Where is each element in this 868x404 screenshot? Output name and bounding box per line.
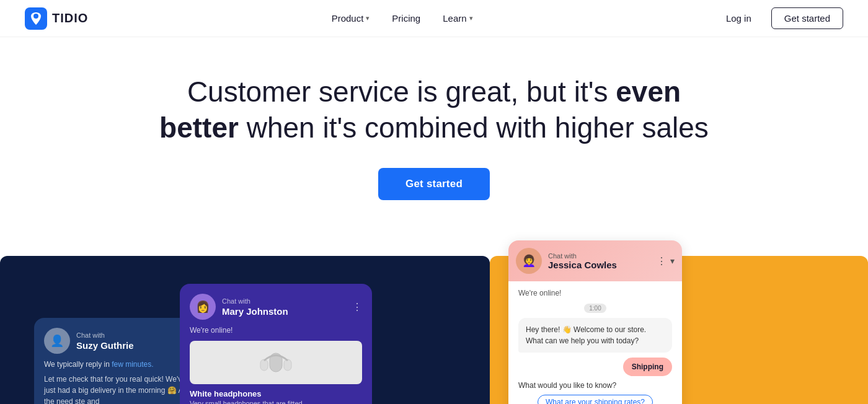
jessica-shipping-bubble: Shipping <box>623 358 672 376</box>
jessica-info: Chat with Jessica Cowles <box>548 252 617 270</box>
jessica-dots-icon[interactable]: ⋮ <box>657 255 666 267</box>
nav-product[interactable]: Product ▾ <box>332 13 370 24</box>
hero-title-part2: when it's combined with higher sales <box>239 112 709 144</box>
jessica-message2: What would you like to know? <box>518 381 672 390</box>
mary-product-name: White headphones <box>190 389 362 398</box>
nav-learn-label: Learn <box>443 13 466 24</box>
svg-rect-3 <box>260 359 268 371</box>
nav-pricing-label: Pricing <box>392 13 420 24</box>
jessica-chat-label: Chat with <box>548 252 617 260</box>
suzy-chat-label: Chat with <box>76 332 134 339</box>
navbar-center: Product ▾ Pricing Learn ▾ <box>332 13 473 24</box>
product-chevron-icon: ▾ <box>366 14 370 22</box>
headphones-icon <box>257 347 294 378</box>
nav-learn[interactable]: Learn ▾ <box>443 13 472 24</box>
mary-menu-icon[interactable]: ⋮ <box>352 301 362 313</box>
nav-product-label: Product <box>332 13 364 24</box>
preview-area: 👤 Chat with Suzy Guthrie We typically re… <box>0 231 868 404</box>
learn-chevron-icon: ▾ <box>469 14 473 22</box>
tidio-logo-icon <box>25 7 47 30</box>
logo-link[interactable]: TIDIO <box>25 7 88 30</box>
hero-section: Customer service is great, but it's even… <box>0 37 868 225</box>
jessica-avatar: 👩‍🦱 <box>516 248 542 274</box>
suzy-reply-text: We typically reply in few minutes. <box>44 360 192 369</box>
mary-product-info: White headphones Very small headphones t… <box>190 389 362 404</box>
jessica-online-status: We're online! <box>518 289 672 297</box>
mary-info: Chat with Mary Johnston <box>222 297 288 317</box>
hero-title: Customer service is great, but it's even… <box>155 74 713 146</box>
navbar-right: Log in Get started <box>716 7 843 29</box>
get-started-nav-button[interactable]: Get started <box>771 7 843 29</box>
suzy-highlight: few minutes. <box>112 360 153 369</box>
nav-pricing[interactable]: Pricing <box>392 13 420 24</box>
mary-product-desc: Very small headphones that are fitted <box>190 400 362 404</box>
svg-rect-4 <box>284 359 291 371</box>
jessica-actions: ⋮ ▾ <box>657 255 675 267</box>
svg-point-1 <box>33 14 38 19</box>
jessica-timestamp: 1:00 <box>584 304 606 313</box>
suzy-name: Suzy Guthrie <box>76 340 134 351</box>
mary-avatar: 👩 <box>190 294 216 320</box>
jessica-header-inner: 👩‍🦱 Chat with Jessica Cowles ⋮ ▾ <box>516 248 675 274</box>
hero-get-started-button[interactable]: Get started <box>378 168 490 200</box>
login-button[interactable]: Log in <box>716 8 761 29</box>
jessica-message1: Hey there! 👋 Welcome to our store. What … <box>518 318 672 353</box>
mary-product-image <box>190 341 362 384</box>
jessica-collapse-icon[interactable]: ▾ <box>670 256 675 266</box>
mary-chat-label: Chat with <box>222 297 288 305</box>
hero-title-part1: Customer service is great, but it's <box>187 76 616 108</box>
mary-online-status: We're online! <box>190 326 362 335</box>
navbar: TIDIO Product ▾ Pricing Learn ▾ Log in G… <box>0 0 868 37</box>
suzy-card-header: 👤 Chat with Suzy Guthrie <box>44 328 192 354</box>
jessica-name: Jessica Cowles <box>548 260 617 270</box>
suzy-avatar: 👤 <box>44 328 70 354</box>
jessica-shipping-link[interactable]: What are your shipping rates? <box>538 395 653 404</box>
suzy-info: Chat with Suzy Guthrie <box>76 332 134 351</box>
jessica-header-bg: 👩‍🦱 Chat with Jessica Cowles ⋮ ▾ <box>508 240 682 281</box>
suzy-message: Let me check that for you real quick! We… <box>44 374 192 404</box>
logo-text: TIDIO <box>52 11 88 25</box>
mary-name: Mary Johnston <box>222 306 288 317</box>
mary-card-header: 👩 Chat with Mary Johnston ⋮ <box>190 294 362 320</box>
chat-card-mary: 👩 Chat with Mary Johnston ⋮ We're online… <box>180 284 372 404</box>
chat-card-jessica: 👩‍🦱 Chat with Jessica Cowles ⋮ ▾ We're o… <box>508 240 682 404</box>
chat-card-suzy: 👤 Chat with Suzy Guthrie We typically re… <box>34 318 202 404</box>
